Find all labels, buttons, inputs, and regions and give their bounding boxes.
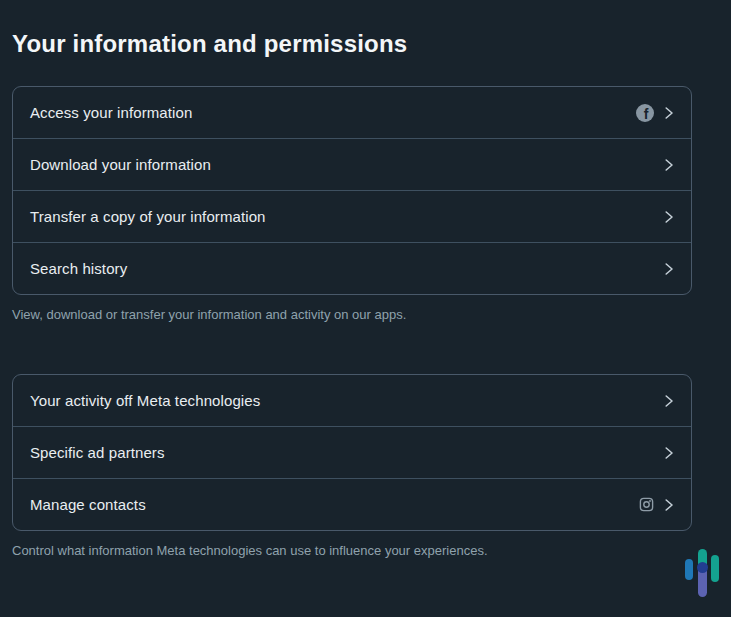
row-trailing [664, 262, 674, 276]
list-item-label: Your activity off Meta technologies [30, 392, 260, 409]
logo-teal-bar-right [711, 555, 719, 582]
facebook-icon: f [636, 104, 654, 122]
chevron-right-icon [664, 210, 674, 224]
list-item-label: Search history [30, 260, 127, 277]
row-trailing [639, 497, 674, 512]
chevron-right-icon [664, 394, 674, 408]
list-item-label: Download your information [30, 156, 211, 173]
logo-navy-dot [697, 562, 708, 573]
list-item-label: Specific ad partners [30, 444, 165, 461]
instagram-icon [639, 497, 654, 512]
meta-privacy-center-logo [685, 549, 719, 599]
row-trailing [664, 210, 674, 224]
list-item-search-history[interactable]: Search history [13, 242, 691, 294]
your-information-and-permissions-page: Your information and permissions Access … [12, 0, 692, 559]
chevron-right-icon [664, 446, 674, 460]
information-section-caption: View, download or transfer your informat… [12, 307, 692, 323]
list-item-manage-contacts[interactable]: Manage contacts [13, 478, 691, 530]
list-item-access-your-information[interactable]: Access your information f [13, 87, 691, 138]
row-trailing: f [636, 104, 674, 122]
list-item-transfer-a-copy-of-your-information[interactable]: Transfer a copy of your information [13, 190, 691, 242]
ads-section-caption: Control what information Meta technologi… [12, 543, 692, 559]
page-title: Your information and permissions [12, 31, 692, 57]
chevron-right-icon [664, 106, 674, 120]
list-item-your-activity-off-meta-technologies[interactable]: Your activity off Meta technologies [13, 375, 691, 426]
list-item-label: Access your information [30, 104, 192, 121]
logo-blue-bar [685, 559, 693, 580]
list-item-download-your-information[interactable]: Download your information [13, 138, 691, 190]
row-trailing [664, 446, 674, 460]
chevron-right-icon [664, 158, 674, 172]
chevron-right-icon [664, 498, 674, 512]
list-item-label: Transfer a copy of your information [30, 208, 266, 225]
chevron-right-icon [664, 262, 674, 276]
ads-and-contacts-list-card: Your activity off Meta technologies Spec… [12, 374, 692, 531]
list-item-specific-ad-partners[interactable]: Specific ad partners [13, 426, 691, 478]
row-trailing [664, 394, 674, 408]
row-trailing [664, 158, 674, 172]
information-list-card: Access your information f Download your … [12, 86, 692, 295]
facebook-f-glyph: f [644, 106, 649, 122]
list-item-label: Manage contacts [30, 496, 146, 513]
